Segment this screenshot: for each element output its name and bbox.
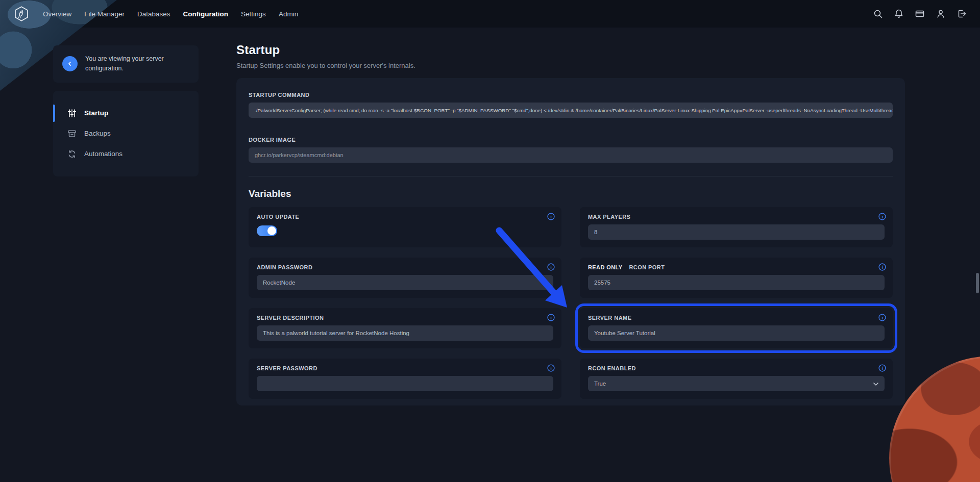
automations-icon — [67, 149, 77, 159]
field-label-row: MAX PLAYERS — [588, 214, 885, 220]
sidebar-item-backups[interactable]: Backups — [53, 123, 199, 144]
field-label-row: ADMIN PASSWORD — [257, 264, 553, 270]
info-icon[interactable] — [547, 213, 555, 220]
field-label: SERVER NAME — [588, 315, 631, 321]
field-label: RCON PORT — [629, 264, 665, 270]
sliders-icon — [67, 109, 77, 118]
variables-grid: AUTO UPDATEMAX PLAYERS8ADMIN PASSWORDRoc… — [249, 207, 893, 399]
search-icon[interactable] — [873, 9, 883, 19]
nav-item-overview[interactable]: Overview — [43, 10, 71, 18]
field-label-row: READ ONLYRCON PORT — [588, 264, 885, 270]
read-only-badge: READ ONLY — [588, 264, 622, 270]
sidebar: You are viewing your server configuratio… — [53, 45, 199, 176]
docker-image-label: DOCKER IMAGE — [249, 137, 893, 143]
max-players-input[interactable]: 8 — [588, 224, 885, 240]
field-label: ADMIN PASSWORD — [257, 264, 312, 270]
field-label-row: SERVER PASSWORD — [257, 365, 553, 371]
back-button[interactable] — [62, 56, 78, 71]
nav-item-settings[interactable]: Settings — [241, 10, 266, 18]
billing-icon[interactable] — [915, 9, 925, 19]
scrollbar-thumb[interactable] — [976, 273, 979, 293]
field-label: RCON ENABLED — [588, 365, 636, 371]
nav-menu: OverviewFile ManagerDatabasesConfigurati… — [43, 10, 298, 18]
toggle-knob — [267, 226, 276, 235]
sidebar-item-startup[interactable]: Startup — [53, 103, 199, 123]
account-icon[interactable] — [936, 9, 946, 19]
rcon-port-input[interactable]: 25575 — [588, 275, 885, 290]
info-icon[interactable] — [547, 364, 555, 372]
field-server-name: SERVER NAMEYoutube Server Tutorial — [580, 308, 893, 348]
rcon-enabled-select[interactable]: True — [588, 376, 885, 391]
field-admin-password: ADMIN PASSWORDRocketNode — [249, 258, 561, 298]
server-config-notice: You are viewing your server configuratio… — [53, 45, 199, 83]
info-icon[interactable] — [878, 263, 886, 271]
docker-image-input[interactable]: ghcr.io/parkervcp/steamcmd:debian — [249, 147, 893, 163]
page-title: Startup — [236, 43, 905, 57]
field-auto-update: AUTO UPDATE — [249, 207, 561, 247]
field-max-players: MAX PLAYERS8 — [580, 207, 893, 247]
field-server-password: SERVER PASSWORD — [249, 359, 561, 399]
section-divider — [249, 176, 893, 176]
startup-command-input[interactable]: ./PalworldServerConfigParser; (while rea… — [249, 103, 893, 118]
chevron-down-icon — [873, 380, 878, 387]
sidebar-item-label: Backups — [84, 130, 111, 137]
chevron-left-icon — [66, 60, 74, 67]
field-label: MAX PLAYERS — [588, 214, 630, 220]
auto-update-toggle[interactable] — [257, 225, 277, 236]
config-menu: StartupBackupsAutomations — [53, 91, 199, 176]
rocket-hexagon-logo[interactable] — [13, 6, 30, 22]
info-icon[interactable] — [547, 263, 555, 271]
field-label: SERVER PASSWORD — [257, 365, 317, 371]
field-label-row: SERVER NAME — [588, 315, 885, 321]
info-icon[interactable] — [547, 314, 555, 321]
notifications-icon[interactable] — [894, 9, 904, 19]
sidebar-item-automations[interactable]: Automations — [53, 144, 199, 164]
field-label: AUTO UPDATE — [257, 214, 299, 220]
variables-heading: Variables — [249, 188, 893, 199]
field-label-row: AUTO UPDATE — [257, 214, 553, 220]
field-label-row: SERVER DESCRIPTION — [257, 315, 553, 321]
nav-actions — [873, 9, 967, 19]
field-rcon-enabled: RCON ENABLEDTrue — [580, 359, 893, 399]
main-content: Startup Startup Settings enable you to c… — [236, 43, 905, 405]
sidebar-item-label: Automations — [84, 150, 122, 158]
sidebar-item-label: Startup — [84, 109, 108, 117]
nav-item-configuration[interactable]: Configuration — [183, 10, 228, 18]
top-nav: OverviewFile ManagerDatabasesConfigurati… — [0, 0, 980, 28]
select-value: True — [594, 380, 606, 387]
server-description-input[interactable]: This is a palworld tutorial server for R… — [257, 325, 553, 341]
page-subtitle: Startup Settings enable you to control y… — [236, 62, 905, 69]
backups-icon — [67, 129, 77, 138]
field-label: SERVER DESCRIPTION — [257, 315, 324, 321]
field-server-description: SERVER DESCRIPTIONThis is a palworld tut… — [249, 308, 561, 348]
logout-icon[interactable] — [957, 9, 967, 19]
info-icon[interactable] — [878, 364, 886, 372]
server-name-input[interactable]: Youtube Server Tutorial — [588, 325, 885, 341]
field-rcon-port: READ ONLYRCON PORT25575 — [580, 258, 893, 298]
startup-config-card: STARTUP COMMAND ./PalworldServerConfigPa… — [236, 78, 905, 405]
startup-command-label: STARTUP COMMAND — [249, 92, 893, 98]
nav-item-file-manager[interactable]: File Manager — [84, 10, 125, 18]
server-password-input[interactable] — [257, 376, 553, 391]
screen: OverviewFile ManagerDatabasesConfigurati… — [0, 0, 980, 482]
notice-text: You are viewing your server configuratio… — [85, 54, 176, 74]
info-icon[interactable] — [878, 314, 886, 321]
admin-password-input[interactable]: RocketNode — [257, 275, 553, 290]
nav-item-databases[interactable]: Databases — [137, 10, 170, 18]
info-icon[interactable] — [878, 213, 886, 220]
field-label-row: RCON ENABLED — [588, 365, 885, 371]
nav-item-admin[interactable]: Admin — [279, 10, 298, 18]
